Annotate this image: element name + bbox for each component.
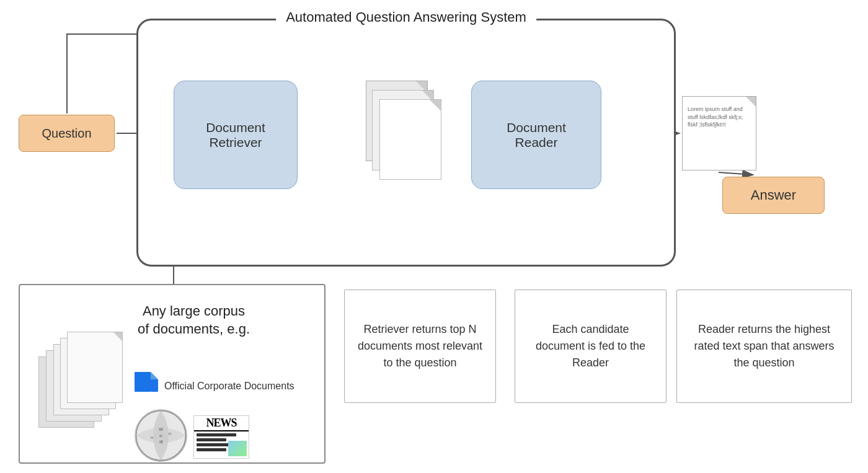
retriever-label: DocumentRetriever	[206, 120, 265, 150]
svg-line-5	[719, 172, 753, 175]
answer-doc: Lorem ipsum stuff and stuff lskdfas;lkdf…	[682, 96, 756, 170]
svg-rect-10	[151, 379, 158, 392]
question-label: Question	[42, 126, 91, 141]
info-box-candidate: Each candidate document is fed to the Re…	[515, 290, 666, 403]
corpus-title: Any large corpusof documents, e.g.	[138, 303, 250, 338]
reader-label: DocumentReader	[507, 120, 566, 150]
docs-stack	[335, 68, 440, 198]
news-line-2	[197, 438, 226, 441]
info-box-retriever: Retriever returns top N documents most r…	[344, 290, 496, 403]
news-line-1	[197, 433, 236, 436]
news-box: NEWS	[193, 415, 249, 459]
svg-text:W: W	[159, 427, 163, 431]
svg-text:Ω: Ω	[159, 434, 162, 438]
answer-box: Answer	[722, 177, 825, 214]
corpus-title-text: Any large corpusof documents, e.g.	[138, 303, 250, 337]
doc-page-front	[379, 99, 441, 180]
diagram-wrapper: Automated Question Answering System Ques…	[0, 0, 868, 473]
corpus-papers	[32, 310, 119, 446]
info-box-3-text: Reader returns the highest rated text sp…	[689, 321, 839, 371]
svg-marker-11	[151, 372, 158, 379]
news-line-4	[197, 448, 226, 451]
info-box-1-text: Retriever returns top N documents most r…	[357, 321, 483, 371]
answer-label: Answer	[751, 187, 796, 203]
news-header: NEWS	[194, 416, 249, 431]
question-box: Question	[19, 115, 115, 152]
svg-text:H: H	[151, 436, 153, 440]
corpus-box: Any large corpusof documents, e.g. Offic…	[19, 284, 326, 464]
wikipedia-globe: W Ω 维 H Π	[135, 409, 187, 462]
svg-text:维: 维	[159, 440, 163, 444]
info-box-2-text: Each candidate document is fed to the Re…	[528, 321, 653, 371]
corp-docs: Official Corporate Documents	[135, 372, 294, 400]
news-image	[228, 441, 247, 456]
corp-docs-label: Official Corporate Documents	[164, 379, 294, 393]
wiki-svg: W Ω 维 H Π	[135, 409, 187, 462]
retriever-box: DocumentRetriever	[174, 81, 298, 189]
answer-doc-text: Lorem ipsum stuff and stuff lskdfas;lkdf…	[688, 106, 743, 128]
svg-rect-7	[135, 372, 151, 392]
corp-doc-icon	[135, 372, 158, 400]
reader-box: DocumentReader	[471, 81, 601, 189]
corpus-page-5	[67, 332, 123, 403]
system-title: Automated Question Answering System	[276, 9, 536, 25]
info-box-reader: Reader returns the highest rated text sp…	[676, 290, 852, 403]
svg-text:Π: Π	[169, 432, 171, 436]
